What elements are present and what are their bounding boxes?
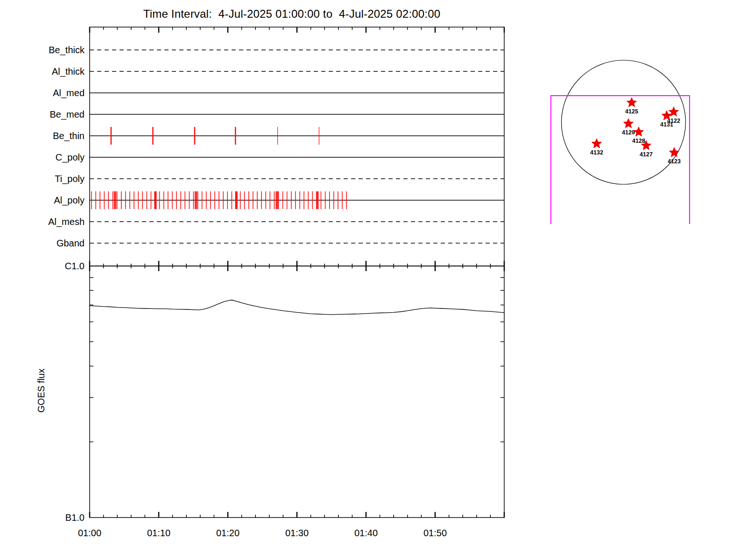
filter-row-al_mesh: Al_mesh [48,217,504,227]
filter-row-ti_poly: Ti_poly [55,174,504,184]
y-axis-bottom-label: B1.0 [65,512,85,523]
star-marker [634,127,644,136]
goes-flux-panel: 01:0001:1001:2001:3001:4001:50C1.0B1.0GO… [36,261,504,538]
filter-row-label: Al_poly [54,195,85,206]
x-axis-label: 01:10 [147,528,170,538]
y-axis-title: GOES flux [36,369,46,413]
x-axis-label: 01:20 [216,528,240,538]
filter-row-be_thin: Be_thin [53,127,504,145]
goes-panel-frame [90,266,504,518]
filter-row-label: C_poly [56,152,85,163]
filter-row-label: Al_mesh [48,217,85,227]
active-region-label: 4125 [625,108,638,115]
active-region-label: 4131 [660,121,673,128]
page-title: Time Interval: 4-Jul-2025 01:00:00 to 4-… [0,7,584,21]
star-marker [592,139,602,148]
filter-row-be_thick: Be_thick [49,45,504,56]
active-region-label: 4128 [632,138,645,144]
filter-row-label: Gband [56,238,85,248]
filter-row-label: Ti_poly [55,174,85,184]
goes-flux-curve [90,300,504,315]
x-axis-label: 01:40 [354,528,378,538]
active-region-4132: 4132 [590,139,603,156]
solar-disk-map: 41254122413141294128413241274123 [551,60,690,224]
active-region-label: 4129 [622,129,635,136]
star-marker [669,147,679,157]
x-axis-label: 01:00 [78,528,101,538]
filter-row-label: Al_thick [52,66,85,77]
filter-row-al_poly: Al_poly [54,191,504,209]
filter-row-label: Be_thick [49,45,85,56]
filter-row-al_med: Al_med [53,88,504,98]
y-axis-top-label: C1.0 [65,261,85,271]
filter-panel-frame [90,27,504,266]
x-axis-label: 01:30 [285,528,309,538]
star-marker [627,98,637,107]
filter-row-al_thick: Al_thick [52,66,504,77]
active-region-4125: 4125 [625,98,638,115]
screenshot-root: Time Interval: 4-Jul-2025 01:00:00 to 4-… [0,0,747,560]
filter-row-gband: Gband [56,238,504,248]
filter-row-c_poly: C_poly [56,152,504,163]
filter-row-label: Be_thin [53,131,85,141]
x-axis-label: 01:50 [423,528,447,538]
active-region-label: 4123 [668,158,681,165]
star-marker [624,119,634,128]
active-region-label: 4127 [640,151,653,158]
active-region-4129: 4129 [622,119,635,136]
filter-row-be_med: Be_med [50,109,505,120]
filter-row-label: Be_med [50,109,85,120]
filter-timeline-panel: Be_thickAl_thickAl_medBe_medBe_thinC_pol… [48,27,504,271]
filter-row-label: Al_med [53,88,85,98]
plot-canvas: Be_thickAl_thickAl_medBe_medBe_thinC_pol… [0,0,747,560]
active-region-label: 4132 [590,149,603,156]
